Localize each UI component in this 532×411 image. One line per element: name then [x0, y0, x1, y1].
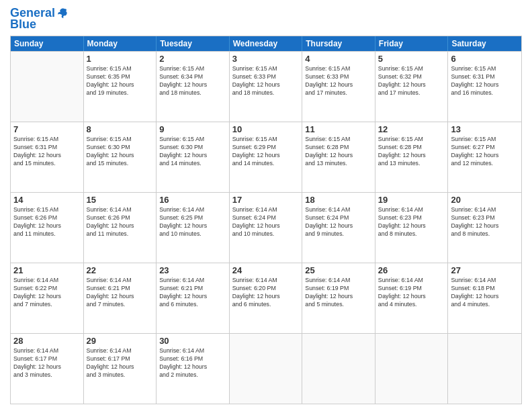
day-number: 14: [13, 195, 81, 205]
day-cell-8: 8Sunrise: 6:15 AMSunset: 6:30 PMDaylight…: [84, 122, 157, 192]
day-cell-10: 10Sunrise: 6:15 AMSunset: 6:29 PMDayligh…: [230, 122, 303, 192]
cell-info: Sunrise: 6:15 AMSunset: 6:34 PMDaylight:…: [159, 65, 226, 97]
cell-info: Sunrise: 6:14 AMSunset: 6:17 PMDaylight:…: [13, 347, 81, 379]
day-cell-22: 22Sunrise: 6:14 AMSunset: 6:21 PMDayligh…: [84, 263, 157, 333]
day-cell-23: 23Sunrise: 6:14 AMSunset: 6:21 PMDayligh…: [157, 263, 230, 333]
day-number: 4: [305, 54, 372, 64]
cell-info: Sunrise: 6:15 AMSunset: 6:31 PMDaylight:…: [13, 136, 81, 168]
day-number: 29: [87, 336, 154, 346]
empty-cell: [448, 334, 521, 404]
cell-info: Sunrise: 6:14 AMSunset: 6:23 PMDaylight:…: [378, 206, 445, 238]
cell-info: Sunrise: 6:14 AMSunset: 6:26 PMDaylight:…: [87, 206, 154, 238]
day-cell-24: 24Sunrise: 6:14 AMSunset: 6:20 PMDayligh…: [230, 263, 303, 333]
cell-info: Sunrise: 6:14 AMSunset: 6:23 PMDaylight:…: [451, 206, 519, 238]
day-number: 16: [159, 195, 226, 205]
cell-info: Sunrise: 6:15 AMSunset: 6:27 PMDaylight:…: [451, 136, 519, 168]
week-row-3: 14Sunrise: 6:15 AMSunset: 6:26 PMDayligh…: [11, 192, 521, 263]
day-header-wednesday: Wednesday: [230, 36, 303, 51]
day-number: 28: [13, 336, 81, 346]
day-cell-26: 26Sunrise: 6:14 AMSunset: 6:19 PMDayligh…: [375, 263, 449, 333]
day-header-monday: Monday: [84, 36, 157, 51]
cell-info: Sunrise: 6:15 AMSunset: 6:30 PMDaylight:…: [159, 136, 226, 168]
day-cell-16: 16Sunrise: 6:14 AMSunset: 6:25 PMDayligh…: [157, 193, 230, 263]
week-row-4: 21Sunrise: 6:14 AMSunset: 6:22 PMDayligh…: [11, 263, 521, 333]
day-cell-13: 13Sunrise: 6:15 AMSunset: 6:27 PMDayligh…: [448, 122, 521, 192]
empty-cell: [302, 334, 375, 404]
day-cell-4: 4Sunrise: 6:15 AMSunset: 6:33 PMDaylight…: [302, 52, 375, 122]
day-number: 1: [87, 54, 154, 64]
calendar-body: 1Sunrise: 6:15 AMSunset: 6:35 PMDaylight…: [11, 51, 521, 404]
day-cell-25: 25Sunrise: 6:14 AMSunset: 6:19 PMDayligh…: [302, 263, 375, 333]
day-cell-2: 2Sunrise: 6:15 AMSunset: 6:34 PMDaylight…: [157, 52, 230, 122]
week-row-1: 1Sunrise: 6:15 AMSunset: 6:35 PMDaylight…: [11, 51, 521, 122]
day-cell-14: 14Sunrise: 6:15 AMSunset: 6:26 PMDayligh…: [11, 193, 84, 263]
cell-info: Sunrise: 6:14 AMSunset: 6:24 PMDaylight:…: [232, 206, 300, 238]
day-number: 7: [13, 124, 81, 134]
day-cell-18: 18Sunrise: 6:14 AMSunset: 6:24 PMDayligh…: [302, 193, 375, 263]
cell-info: Sunrise: 6:14 AMSunset: 6:18 PMDaylight:…: [451, 277, 519, 309]
day-number: 2: [159, 54, 226, 64]
cell-info: Sunrise: 6:15 AMSunset: 6:33 PMDaylight:…: [232, 65, 300, 97]
empty-cell: [11, 52, 84, 122]
day-cell-27: 27Sunrise: 6:14 AMSunset: 6:18 PMDayligh…: [448, 263, 521, 333]
day-number: 27: [451, 265, 519, 275]
calendar-header: SundayMondayTuesdayWednesdayThursdayFrid…: [11, 36, 521, 51]
empty-cell: [375, 334, 449, 404]
day-cell-12: 12Sunrise: 6:15 AMSunset: 6:28 PMDayligh…: [375, 122, 449, 192]
cell-info: Sunrise: 6:15 AMSunset: 6:35 PMDaylight:…: [87, 65, 154, 97]
day-cell-20: 20Sunrise: 6:14 AMSunset: 6:23 PMDayligh…: [448, 193, 521, 263]
logo: General Blue: [10, 7, 70, 32]
day-number: 19: [378, 195, 445, 205]
day-header-thursday: Thursday: [302, 36, 375, 51]
day-cell-5: 5Sunrise: 6:15 AMSunset: 6:32 PMDaylight…: [375, 52, 449, 122]
cell-info: Sunrise: 6:14 AMSunset: 6:16 PMDaylight:…: [159, 347, 226, 379]
cell-info: Sunrise: 6:14 AMSunset: 6:19 PMDaylight:…: [378, 277, 445, 309]
day-number: 12: [378, 124, 445, 134]
cell-info: Sunrise: 6:14 AMSunset: 6:25 PMDaylight:…: [159, 206, 226, 238]
cell-info: Sunrise: 6:15 AMSunset: 6:33 PMDaylight:…: [305, 65, 372, 97]
day-number: 30: [159, 336, 226, 346]
day-number: 21: [13, 265, 81, 275]
day-cell-21: 21Sunrise: 6:14 AMSunset: 6:22 PMDayligh…: [11, 263, 84, 333]
day-cell-11: 11Sunrise: 6:15 AMSunset: 6:28 PMDayligh…: [302, 122, 375, 192]
day-number: 8: [87, 124, 154, 134]
day-number: 18: [305, 195, 372, 205]
cell-info: Sunrise: 6:14 AMSunset: 6:17 PMDaylight:…: [87, 347, 154, 379]
day-cell-15: 15Sunrise: 6:14 AMSunset: 6:26 PMDayligh…: [84, 193, 157, 263]
cell-info: Sunrise: 6:14 AMSunset: 6:21 PMDaylight:…: [87, 277, 154, 309]
day-number: 26: [378, 265, 445, 275]
cell-info: Sunrise: 6:14 AMSunset: 6:24 PMDaylight:…: [305, 206, 372, 238]
cell-info: Sunrise: 6:14 AMSunset: 6:19 PMDaylight:…: [305, 277, 372, 309]
week-row-2: 7Sunrise: 6:15 AMSunset: 6:31 PMDaylight…: [11, 122, 521, 192]
day-number: 20: [451, 195, 519, 205]
day-cell-28: 28Sunrise: 6:14 AMSunset: 6:17 PMDayligh…: [11, 334, 84, 404]
cell-info: Sunrise: 6:14 AMSunset: 6:21 PMDaylight:…: [159, 277, 226, 309]
day-cell-19: 19Sunrise: 6:14 AMSunset: 6:23 PMDayligh…: [375, 193, 449, 263]
cell-info: Sunrise: 6:15 AMSunset: 6:31 PMDaylight:…: [451, 65, 519, 97]
cell-info: Sunrise: 6:15 AMSunset: 6:32 PMDaylight:…: [378, 65, 445, 97]
day-cell-7: 7Sunrise: 6:15 AMSunset: 6:31 PMDaylight…: [11, 122, 84, 192]
cell-info: Sunrise: 6:15 AMSunset: 6:29 PMDaylight:…: [232, 136, 300, 168]
day-number: 5: [378, 54, 445, 64]
header: General Blue: [10, 7, 522, 32]
day-number: 24: [232, 265, 300, 275]
day-number: 13: [451, 124, 519, 134]
cell-info: Sunrise: 6:14 AMSunset: 6:20 PMDaylight:…: [232, 277, 300, 309]
day-header-sunday: Sunday: [11, 36, 84, 51]
day-number: 11: [305, 124, 372, 134]
day-cell-17: 17Sunrise: 6:14 AMSunset: 6:24 PMDayligh…: [230, 193, 303, 263]
day-header-tuesday: Tuesday: [157, 36, 230, 51]
page: General Blue SundayMondayTuesdayWednesda…: [0, 0, 532, 411]
day-cell-6: 6Sunrise: 6:15 AMSunset: 6:31 PMDaylight…: [448, 52, 521, 122]
day-header-friday: Friday: [375, 36, 449, 51]
day-number: 23: [159, 265, 226, 275]
cell-info: Sunrise: 6:14 AMSunset: 6:22 PMDaylight:…: [13, 277, 81, 309]
day-number: 10: [232, 124, 300, 134]
cell-info: Sunrise: 6:15 AMSunset: 6:28 PMDaylight:…: [305, 136, 372, 168]
day-cell-1: 1Sunrise: 6:15 AMSunset: 6:35 PMDaylight…: [84, 52, 157, 122]
calendar: SundayMondayTuesdayWednesdayThursdayFrid…: [10, 36, 522, 404]
day-number: 25: [305, 265, 372, 275]
day-number: 15: [87, 195, 154, 205]
day-cell-9: 9Sunrise: 6:15 AMSunset: 6:30 PMDaylight…: [157, 122, 230, 192]
day-cell-3: 3Sunrise: 6:15 AMSunset: 6:33 PMDaylight…: [230, 52, 303, 122]
